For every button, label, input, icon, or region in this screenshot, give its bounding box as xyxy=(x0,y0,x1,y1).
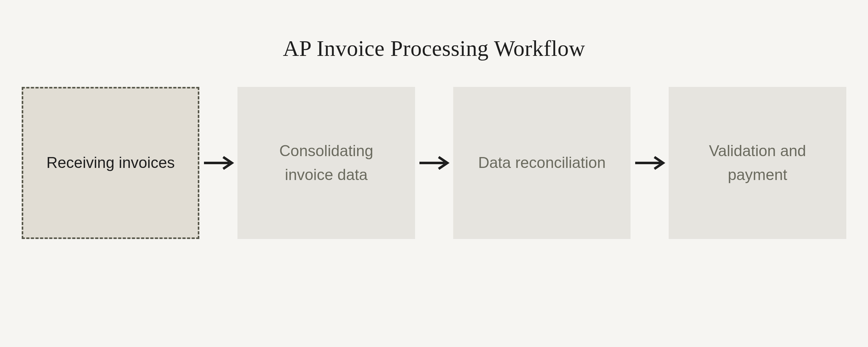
diagram-title: AP Invoice Processing Workflow xyxy=(283,36,585,61)
step-label: Receiving invoices xyxy=(46,151,175,175)
arrow-icon xyxy=(630,155,669,171)
step-label: Consolidating invoice data xyxy=(256,139,397,187)
workflow-row: Receiving invoices Consolidating invoice… xyxy=(0,87,868,239)
arrow-icon xyxy=(415,155,453,171)
step-receiving-invoices: Receiving invoices xyxy=(22,87,199,239)
step-label: Validation and payment xyxy=(687,139,828,187)
step-data-reconciliation: Data reconciliation xyxy=(453,87,631,239)
step-validation-and-payment: Validation and payment xyxy=(669,87,846,239)
step-label: Data reconciliation xyxy=(478,151,606,175)
step-consolidating-invoice-data: Consolidating invoice data xyxy=(238,87,415,239)
arrow-icon xyxy=(199,155,238,171)
